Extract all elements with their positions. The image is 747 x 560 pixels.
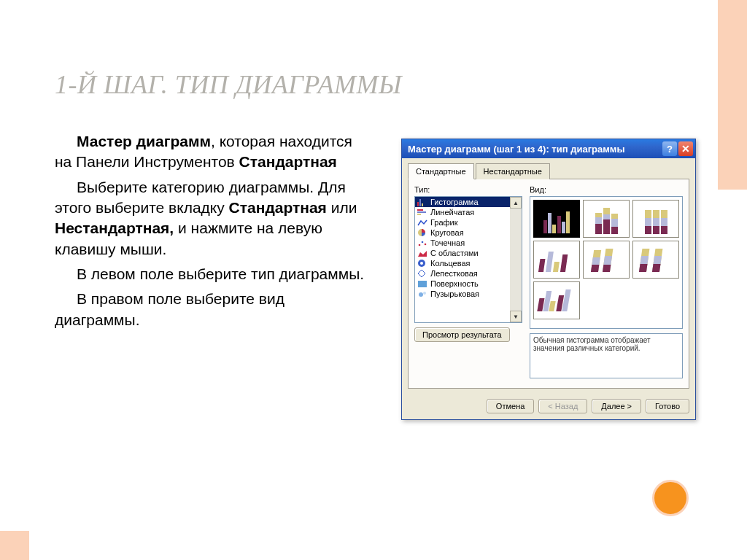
svg-marker-4 (418, 251, 427, 257)
svg-point-6 (420, 262, 423, 265)
type-column: Тип: Гистограмма Линейчатая (414, 185, 522, 382)
paragraph-4: В правом поле выберите вид диаграммы. (55, 289, 372, 330)
list-item[interactable]: С областями (415, 248, 510, 258)
dialog-buttons: Отмена < Назад Далее > Готово (402, 394, 695, 419)
body-text: Мастер диаграмм, которая находится на Па… (55, 131, 372, 335)
area-chart-icon (417, 249, 427, 257)
scroll-track[interactable] (510, 209, 522, 311)
list-item[interactable]: Линейчатая (415, 207, 510, 217)
tab-standard[interactable]: Стандартные (408, 163, 474, 179)
svg-point-9 (419, 292, 423, 297)
bold-custom: Нестандартная, (55, 219, 174, 236)
scroll-down-icon[interactable]: ▼ (510, 311, 522, 322)
svg-rect-11 (538, 259, 546, 272)
scrollbar[interactable]: ▲ ▼ (510, 197, 522, 322)
list-item-label: Точечная (430, 238, 465, 247)
chart-wizard-dialog: Мастер диаграмм (шаг 1 из 4): тип диагра… (401, 139, 696, 420)
decor-top-right (718, 0, 747, 190)
list-item-label: Кольцевая (430, 259, 471, 268)
list-item-label: Линейчатая (430, 208, 474, 217)
chart-subtype-6[interactable] (632, 241, 679, 279)
preview-row: Просмотр результата (414, 327, 522, 342)
pie-chart-icon (417, 229, 427, 237)
line-chart-icon (417, 219, 427, 227)
dialog-body: Стандартные Нестандартные Тип: Гистограм… (402, 158, 695, 394)
chart-subtype-1[interactable] (533, 200, 580, 238)
view-label: Вид: (530, 185, 683, 194)
back-button[interactable]: < Назад (538, 399, 587, 413)
next-button[interactable]: Далее > (592, 399, 641, 413)
decor-circle (652, 480, 689, 516)
svg-rect-12 (546, 252, 554, 272)
chart-subtype-7[interactable] (533, 281, 580, 319)
radar-chart-icon (417, 270, 427, 278)
list-item-label: Пузырьковая (430, 289, 479, 298)
svg-rect-23 (639, 264, 648, 272)
chart-subtype-4[interactable] (533, 241, 580, 279)
bubble-chart-icon (417, 290, 427, 298)
svg-rect-20 (603, 265, 611, 272)
tabs: Стандартные Нестандартные (408, 163, 689, 179)
paragraph-1: Мастер диаграмм, которая находится на Па… (55, 131, 372, 173)
titlebar[interactable]: Мастер диаграмм (шаг 1 из 4): тип диагра… (402, 139, 695, 158)
chart-subtype-2[interactable] (583, 200, 630, 238)
svg-point-3 (425, 243, 427, 245)
svg-marker-7 (418, 270, 425, 277)
type-label: Тип: (414, 185, 522, 194)
list-item[interactable]: График (415, 217, 510, 228)
bold-master: Мастер диаграмм (77, 133, 211, 149)
list-item[interactable]: Кольцевая (415, 258, 510, 268)
p2-mid: или (327, 199, 357, 216)
svg-rect-13 (553, 262, 560, 272)
svg-point-1 (419, 244, 421, 246)
svg-rect-17 (591, 265, 599, 272)
preview-result-button[interactable]: Просмотр результата (414, 327, 510, 342)
bold-standard-2: Стандартная (229, 199, 327, 216)
tab-custom[interactable]: Нестандартные (476, 163, 550, 179)
slide-title: 1-Й ШАГ. ТИП ДИАГРАММЫ (55, 69, 402, 100)
list-item-label: Круговая (430, 228, 464, 237)
svg-point-10 (423, 292, 426, 295)
svg-rect-31 (562, 289, 570, 311)
chart-subtype-3[interactable] (632, 200, 679, 238)
view-column: Вид: (530, 185, 683, 382)
decor-bottom-left (0, 531, 29, 560)
tab-panel: Тип: Гистограмма Линейчатая (408, 179, 689, 389)
bold-standard-1: Стандартная (239, 153, 337, 170)
paragraph-2: Выберите категорию диаграммы. Для этого … (55, 177, 372, 260)
finish-button[interactable]: Готово (646, 399, 689, 413)
list-item[interactable]: Круговая (415, 228, 510, 238)
list-item[interactable]: Поверхность (415, 279, 510, 289)
close-button[interactable]: ✕ (678, 141, 693, 156)
dialog-title: Мастер диаграмм (шаг 1 из 4): тип диагра… (408, 144, 625, 155)
list-item-label: Лепестковая (430, 269, 478, 278)
paragraph-3: В левом поле выберите тип диаграммы. (55, 264, 372, 284)
list-items: Гистограмма Линейчатая График (415, 197, 510, 322)
list-item-label: Гистограмма (430, 198, 479, 206)
help-button[interactable]: ? (662, 141, 677, 156)
svg-point-2 (422, 241, 424, 243)
list-item[interactable]: Точечная (415, 238, 510, 248)
list-item[interactable]: Пузырьковая (415, 289, 510, 299)
svg-rect-14 (560, 254, 568, 272)
svg-rect-29 (549, 301, 555, 311)
slide: 1-Й ШАГ. ТИП ДИАГРАММЫ Мастер диаграмм, … (0, 0, 747, 560)
type-listbox[interactable]: Гистограмма Линейчатая График (414, 196, 522, 323)
preview-pane (530, 196, 683, 329)
list-item-label: С областями (430, 249, 479, 257)
svg-rect-26 (652, 264, 661, 272)
bar-chart-icon (417, 198, 427, 206)
description-box: Обычная гистограмма отображает значения … (530, 333, 683, 378)
list-item-label: График (430, 218, 458, 227)
list-item[interactable]: Лепестковая (415, 268, 510, 279)
svg-rect-8 (418, 281, 427, 287)
hbar-chart-icon (417, 209, 427, 217)
surface-chart-icon (417, 280, 427, 288)
list-item-label: Поверхность (430, 279, 479, 288)
donut-chart-icon (417, 260, 427, 268)
list-item[interactable]: Гистограмма (415, 197, 510, 207)
cancel-button[interactable]: Отмена (487, 399, 534, 413)
chart-subtype-5[interactable] (583, 241, 630, 279)
scatter-chart-icon (417, 239, 427, 247)
scroll-up-icon[interactable]: ▲ (510, 197, 522, 209)
